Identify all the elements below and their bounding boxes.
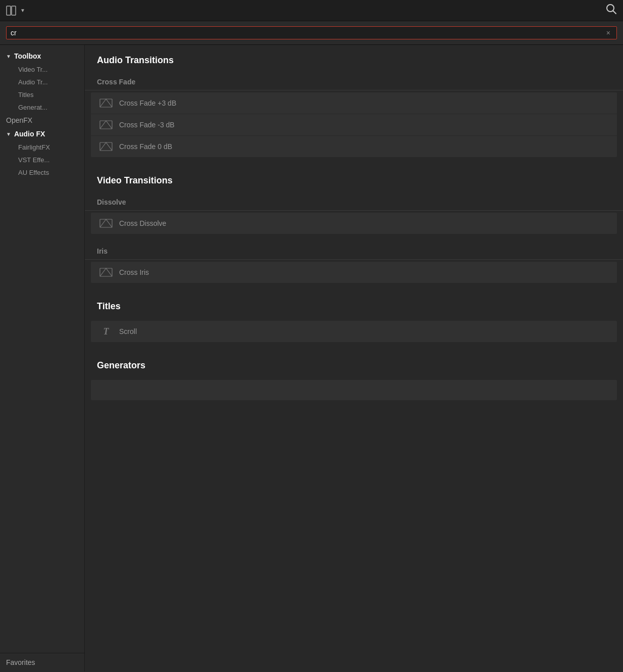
iris-subheading: Iris bbox=[85, 242, 623, 260]
panel-chevron-icon[interactable]: ▼ bbox=[20, 8, 25, 13]
title-T-icon: T bbox=[103, 326, 109, 337]
svg-rect-5 bbox=[100, 121, 112, 129]
cross-dissolve-item[interactable]: Cross Dissolve bbox=[91, 213, 617, 234]
top-bar-left: ▼ bbox=[6, 6, 25, 16]
cross-fade-0db-item[interactable]: Cross Fade 0 dB bbox=[91, 136, 617, 157]
content-area: Audio Transitions Cross Fade Cross Fade … bbox=[85, 45, 623, 671]
sidebar-toolbox-header[interactable]: ▼ Toolbox bbox=[0, 49, 84, 63]
scroll-label: Scroll bbox=[119, 327, 137, 335]
sidebar: ▼ Toolbox Video Tr... Audio Tr... Titles… bbox=[0, 45, 85, 671]
search-icon[interactable] bbox=[606, 4, 617, 17]
cross-fade-subheading: Cross Fade bbox=[85, 73, 623, 90]
panel-layout-icon[interactable] bbox=[6, 6, 16, 16]
sidebar-item-au-effects[interactable]: AU Effects bbox=[0, 166, 84, 179]
cross-fade-minus3db-label: Cross Fade -3 dB bbox=[119, 121, 175, 129]
transition-icon-1 bbox=[99, 98, 113, 109]
scroll-item[interactable]: T Scroll bbox=[91, 321, 617, 342]
audiofx-chevron-icon: ▼ bbox=[6, 131, 11, 137]
transition-icon-iris bbox=[99, 267, 113, 278]
svg-line-3 bbox=[613, 11, 616, 14]
cross-fade-plus3db-item[interactable]: Cross Fade +3 dB bbox=[91, 92, 617, 114]
transition-icon-3 bbox=[99, 141, 113, 152]
svg-rect-7 bbox=[100, 219, 112, 227]
dissolve-subheading: Dissolve bbox=[85, 193, 623, 211]
audiofx-label: Audio FX bbox=[14, 130, 45, 138]
svg-rect-4 bbox=[100, 99, 112, 107]
transition-icon-2 bbox=[99, 119, 113, 130]
sidebar-item-vst-effects[interactable]: VST Effe... bbox=[0, 154, 84, 166]
sidebar-audiofx-header[interactable]: ▼ Audio FX bbox=[0, 127, 84, 141]
sidebar-favorites[interactable]: Favorites bbox=[0, 653, 84, 671]
sidebar-item-video-transitions[interactable]: Video Tr... bbox=[0, 63, 84, 76]
titles-item-list: T Scroll bbox=[91, 321, 617, 342]
toolbox-chevron-icon: ▼ bbox=[6, 54, 11, 59]
cross-fade-0db-label: Cross Fade 0 dB bbox=[119, 142, 172, 151]
main-layout: ▼ Toolbox Video Tr... Audio Tr... Titles… bbox=[0, 45, 623, 671]
sidebar-item-titles[interactable]: Titles bbox=[0, 88, 84, 101]
audio-transitions-heading: Audio Transitions bbox=[85, 45, 623, 73]
svg-rect-1 bbox=[12, 6, 16, 15]
svg-rect-6 bbox=[100, 142, 112, 151]
cross-dissolve-label: Cross Dissolve bbox=[119, 219, 166, 227]
cross-iris-label: Cross Iris bbox=[119, 268, 149, 276]
generators-item-list bbox=[91, 380, 617, 400]
sidebar-item-fairlightfx[interactable]: FairlightFX bbox=[0, 141, 84, 154]
cross-iris-item[interactable]: Cross Iris bbox=[91, 262, 617, 283]
cross-fade-plus3db-label: Cross Fade +3 dB bbox=[119, 99, 176, 107]
top-bar: ▼ bbox=[0, 0, 623, 21]
search-input[interactable] bbox=[11, 29, 604, 37]
search-clear-button[interactable]: × bbox=[604, 29, 612, 37]
transition-icon-dissolve bbox=[99, 218, 113, 229]
sidebar-openfx-label[interactable]: OpenFX bbox=[0, 114, 84, 127]
titles-heading: Titles bbox=[85, 291, 623, 319]
svg-rect-8 bbox=[100, 268, 112, 276]
video-transitions-heading: Video Transitions bbox=[85, 165, 623, 193]
search-bar[interactable]: × bbox=[6, 26, 617, 39]
title-icon: T bbox=[99, 326, 113, 337]
sidebar-item-generators[interactable]: Generat... bbox=[0, 101, 84, 114]
search-bar-container: × bbox=[0, 21, 623, 45]
svg-rect-0 bbox=[7, 6, 11, 15]
iris-item-list: Cross Iris bbox=[91, 262, 617, 283]
sidebar-item-audio-transitions[interactable]: Audio Tr... bbox=[0, 76, 84, 88]
cross-fade-minus3db-item[interactable]: Cross Fade -3 dB bbox=[91, 114, 617, 136]
sidebar-top: ▼ Toolbox Video Tr... Audio Tr... Titles… bbox=[0, 45, 84, 653]
dissolve-item-list: Cross Dissolve bbox=[91, 213, 617, 234]
generators-heading: Generators bbox=[85, 350, 623, 378]
toolbox-label: Toolbox bbox=[14, 52, 41, 60]
cross-fade-item-list: Cross Fade +3 dB Cross Fade -3 dB bbox=[91, 92, 617, 157]
